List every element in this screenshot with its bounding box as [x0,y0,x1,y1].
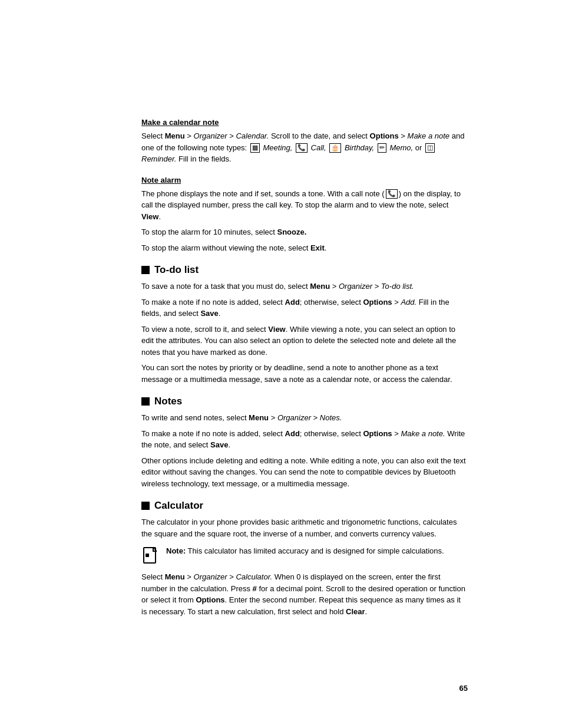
text-options-notes: Options [363,429,392,438]
section-calculator: Calculator The calculator in your phone … [141,500,468,617]
text-call: Call, [311,143,326,152]
heading-calculator-text: Calculator [154,500,203,512]
heading-notes: Notes [141,396,468,407]
note-text: This calculator has limited accuracy and… [188,546,444,555]
text-add-todo: Add [285,298,300,307]
para-calculator-1: The calculator in your phone provides ba… [141,516,468,539]
text-meeting: Meeting, [263,143,292,152]
para-calculator-2: Select Menu > Organizer > Calculator. Wh… [141,571,468,617]
svg-rect-1 [146,554,149,557]
note-content: Note: This calculator has limited accura… [166,545,444,557]
text-menu-notes: Menu [249,413,269,422]
para-todo-2: To make a note if no note is added, sele… [141,297,468,319]
para-note-alarm-1: The phone displays the note and if set, … [141,188,468,223]
section-note-alarm: Note alarm The phone displays the note a… [141,176,468,254]
heading-calculator: Calculator [141,500,468,512]
para-todo-3: To view a note, scroll to it, and select… [141,324,468,358]
text-options: Options [370,131,399,140]
text-view-todo: View [268,325,285,334]
text-exit: Exit [310,243,325,252]
heading-notes-text: Notes [154,396,182,407]
meeting-icon: ▦ [250,143,260,152]
text-organizer-todo: Organizer [339,282,372,291]
black-square-todo [141,266,150,274]
note-doc-icon [141,546,160,565]
black-square-notes [141,397,150,406]
section-todo-list: To-do list To save a note for a task tha… [141,264,468,385]
para-note-alarm-2: To stop the alarm for 10 minutes, select… [141,226,468,238]
para-todo-1: To save a note for a task that you must … [141,281,468,292]
para-notes-2: To make a note if no note is added, sele… [141,428,468,451]
page-number: 65 [459,684,468,693]
page: Make a calendar note Select Menu > Organ… [0,0,562,728]
note-label: Note: [166,546,186,555]
text-snooze: Snooze. [277,228,307,236]
reminder-icon: ◫ [425,143,435,152]
text-add-italic: Add. [401,298,416,307]
text-memo: Memo, [389,143,413,152]
text-birthday: Birthday, [345,143,374,152]
text-menu-todo: Menu [310,282,330,291]
section-notes: Notes To write and send notes, select Me… [141,396,468,489]
text-make-a-note-notes: Make a note. [401,429,445,438]
text-options-todo: Options [363,298,392,307]
text-notes-menu: Notes. [320,413,342,422]
birthday-icon: 🎂 [329,143,341,152]
text-view-1: View [141,212,158,221]
text-menu-calc: Menu [165,572,185,581]
text-organizer: Organizer [194,131,227,140]
heading-todo-text: To-do list [154,264,199,276]
text-organizer-notes: Organizer [277,413,311,422]
call-icon: 📞 [296,143,308,152]
note-box: Note: This calculator has limited accura… [141,545,468,565]
text-hash: # [253,584,257,593]
heading-make-calendar-note: Make a calendar note [141,118,468,127]
text-calendar: Calendar. [236,131,269,140]
text-make-a-note: Make a note [408,131,450,140]
text-todo-list: To-do list. [381,282,414,291]
para-notes-1: To write and send notes, select Menu > O… [141,412,468,424]
text-add-notes: Add [285,429,300,438]
para-notes-3: Other options include deleting and editi… [141,455,468,490]
call-note-icon: 📞 [386,189,398,198]
text-clear: Clear [346,607,365,616]
text-calculator-menu: Calculator. [236,572,272,581]
memo-icon: ✏ [378,143,386,152]
para-note-alarm-3: To stop the alarm without viewing the no… [141,242,468,254]
para-todo-4: You can sort the notes by priority or by… [141,362,468,385]
text-options-calc: Options [196,595,224,604]
black-square-calculator [141,502,150,510]
para-make-calendar-note: Select Menu > Organizer > Calendar. Scro… [141,130,468,165]
heading-todo-list: To-do list [141,264,468,276]
text-menu: Menu [165,131,185,140]
text-save-todo: Save [200,309,218,318]
text-organizer-calc: Organizer [194,572,227,581]
section-make-calendar-note: Make a calendar note Select Menu > Organ… [141,118,468,165]
text-save-notes: Save [210,440,228,449]
text-reminder: Reminder. [141,154,176,163]
heading-note-alarm: Note alarm [141,176,468,185]
